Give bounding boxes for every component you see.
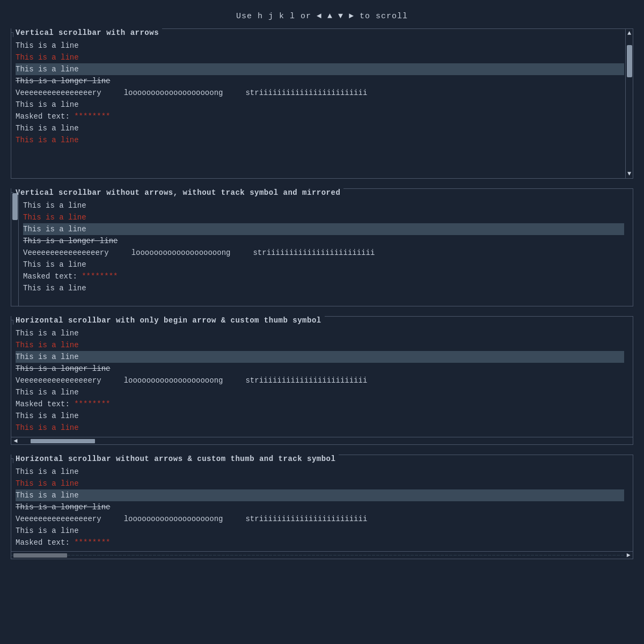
panel-1-lines: This is a line This is a line This is a … (16, 40, 633, 146)
scroll-track (626, 38, 633, 170)
list-item: This is a line (16, 339, 624, 351)
list-item: This is a line (23, 282, 624, 294)
list-item: This is a line (16, 122, 624, 134)
list-item: This is a line (16, 478, 624, 489)
list-item: This is a line (16, 99, 624, 111)
panel-3-content: This is a line This is a line This is a … (11, 317, 633, 437)
list-item: This is a line (16, 386, 624, 398)
scroll-track (11, 189, 18, 306)
scroll-up-arrow[interactable]: ▲ (626, 29, 633, 38)
scroll-thumb-h2[interactable] (13, 553, 67, 558)
panel-3-lines: This is a line This is a line This is a … (16, 327, 633, 434)
list-item: Veeeeeeeeeeeeeeeery looooooooooooooooooo… (23, 247, 624, 259)
list-item: Veeeeeeeeeeeeeeeery looooooooooooooooooo… (16, 375, 624, 386)
scroll-left-arrow[interactable]: ◄ (11, 437, 20, 445)
list-item: This is a longer line (16, 501, 624, 513)
list-item: This is a line (16, 134, 624, 146)
list-item: Masked text: ******** (16, 537, 624, 548)
scroll-track-h (20, 437, 633, 444)
list-item: This is a line (16, 63, 624, 75)
list-item: This is a line (23, 259, 624, 270)
list-item: This is a line (16, 40, 624, 52)
scroll-thumb[interactable] (627, 45, 632, 77)
list-item: Masked text: ******** (16, 111, 624, 122)
scroll-right-arrow[interactable]: ► (624, 552, 633, 559)
scroll-thumb-h[interactable] (31, 439, 95, 443)
list-item: Veeeeeeeeeeeeeeeery looooooooooooooooooo… (16, 513, 624, 525)
panel-2-content: This is a line This is a line This is a … (11, 189, 633, 306)
panel-2-lines: This is a line This is a line This is a … (23, 200, 633, 294)
masked-value: ******** (74, 112, 110, 121)
scroll-down-arrow[interactable]: ▼ (626, 170, 633, 178)
vertical-scrollbar-arrows[interactable]: ▲ ▼ (625, 29, 633, 178)
list-item: This is a longer line (16, 75, 624, 87)
panel-vertical-arrows: Vertical scrollbar with arrows This is a… (11, 28, 633, 179)
list-item: This is a longer line (23, 235, 624, 247)
masked-value: ******** (74, 538, 110, 547)
page-header: Use h j k l or ◄ ▲ ▼ ► to scroll (11, 5, 633, 28)
list-item: This is a line (16, 422, 624, 434)
list-item: This is a line (16, 489, 624, 501)
scroll-track-symbol: ────────────────────────────────────────… (11, 553, 624, 559)
list-item: This is a line (16, 525, 624, 537)
list-item: This is a line (23, 200, 624, 211)
list-item: Masked text: ******** (23, 270, 624, 282)
horizontal-scrollbar-no-arrows[interactable]: ────────────────────────────────────────… (11, 551, 633, 559)
masked-value: ******** (82, 272, 118, 281)
list-item: This is a line (16, 327, 624, 339)
panel-horizontal-begin-arrow: Horizontal scrollbar with only begin arr… (11, 316, 633, 445)
list-item: This is a line (16, 466, 624, 478)
panel-vertical-mirrored: Vertical scrollbar without arrows, witho… (11, 188, 633, 306)
list-item: This is a line (23, 223, 624, 235)
panel-4-content: This is a line This is a line This is a … (11, 455, 633, 551)
vertical-scrollbar-mirrored[interactable] (11, 189, 19, 306)
list-item: Masked text: ******** (16, 398, 624, 410)
scroll-thumb[interactable] (12, 193, 18, 220)
panel-horizontal-no-arrows: Horizontal scrollbar without arrows & cu… (11, 455, 633, 559)
list-item: This is a line (16, 410, 624, 422)
list-item: This is a line (16, 52, 624, 63)
panel-4-lines: This is a line This is a line This is a … (16, 466, 633, 548)
list-item: This is a longer line (16, 363, 624, 375)
scroll-track-h2: ────────────────────────────────────────… (11, 552, 624, 559)
list-item: This is a line (16, 351, 624, 363)
masked-value: ******** (74, 400, 110, 408)
panel-1-content: This is a line This is a line This is a … (11, 29, 633, 178)
list-item: This is a line (23, 211, 624, 223)
list-item: Veeeeeeeeeeeeeeeery looooooooooooooooooo… (16, 87, 624, 99)
horizontal-scrollbar-begin-arrow[interactable]: ◄ (11, 437, 633, 444)
